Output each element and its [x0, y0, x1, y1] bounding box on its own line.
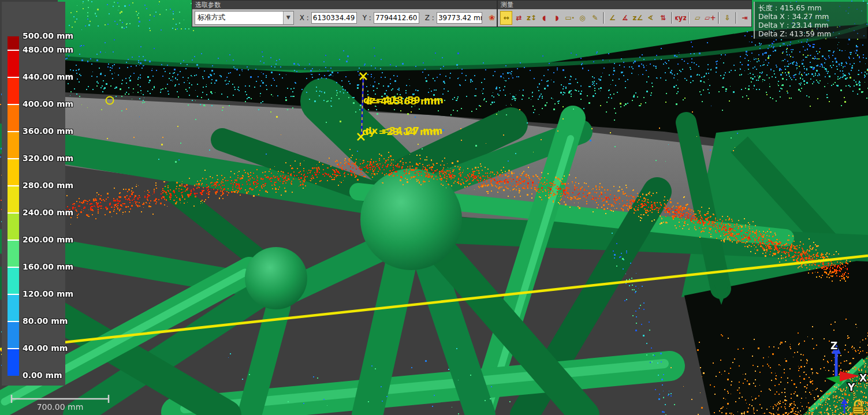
y-coordinate-field[interactable]: 7794412.60 mm [374, 12, 419, 24]
tool-radius-inner-icon[interactable]: ◖ [538, 11, 550, 25]
color-scale-segment [8, 240, 19, 267]
color-scale-tick [8, 348, 19, 349]
measurement-result-panel: 长度：415.65 mm Delta X：34.27 mm Delta Y：23… [754, 2, 867, 39]
toolbar-selection-parameters: 选取参数 标准方式 ▼ X : 6130334.49 mm Y : 779441… [192, 0, 497, 27]
z-label: Z : [425, 14, 434, 22]
color-scale-label: 280.00 mm [23, 181, 65, 190]
lock-icon[interactable] [853, 401, 863, 414]
color-scale-tick [8, 212, 19, 214]
toolbar-separator [688, 12, 690, 24]
color-scale-tick [8, 294, 19, 295]
tool-plane-fit-icon[interactable]: ▱ [691, 11, 703, 25]
color-scale-tick [8, 104, 19, 105]
color-scale-segment [8, 294, 19, 321]
tool-cylinder-measure-icon[interactable]: ◎ [576, 11, 588, 25]
result-delta-y: Delta Y：23.14 mm [758, 21, 867, 29]
color-scale-label: 360.00 mm [23, 126, 65, 136]
z-coordinate-field[interactable]: 39773.42 mm [437, 12, 482, 24]
tool-height-step-icon[interactable]: ⇅ [657, 11, 669, 25]
result-delta-x: Delta X：34.27 mm [758, 12, 867, 21]
truss-node-sphere-large [360, 169, 462, 270]
color-scale-label: 320.00 mm [23, 154, 65, 163]
chevron-down-icon[interactable]: ▼ [283, 12, 293, 24]
color-scale-label: 160.00 mm [23, 262, 65, 271]
color-scale-tick [8, 185, 19, 186]
x-coordinate-field[interactable]: 6130334.49 mm [311, 12, 357, 24]
color-scale-label: 480.00 mm [23, 45, 65, 54]
color-scale-tick [8, 321, 19, 322]
measure-tool-buttons: ↔⇄z↕◖◗▭·◎✎∠∡z∠∢⇅xyz▱▱+⇩⇥ [498, 9, 751, 27]
color-scale-segment [8, 50, 19, 77]
color-scale-tick [8, 50, 19, 51]
toolbar-separator [735, 12, 737, 24]
tool-distance-free-icon[interactable]: ⇄ [513, 11, 525, 25]
color-scale-segment [8, 36, 19, 50]
color-scale-segment [8, 77, 19, 104]
toolbar-separator [718, 12, 720, 24]
result-delta-z: Delta Z: 413.59 mm [758, 29, 867, 38]
color-scale-segment [8, 349, 19, 376]
color-scale-segment [8, 104, 19, 132]
tool-plane-create-icon[interactable]: ▱+ [704, 11, 716, 25]
tool-angle-3point-icon[interactable]: ∡ [619, 11, 631, 25]
color-scale-label: 400.00 mm [23, 99, 65, 109]
color-scale-label: 200.00 mm [23, 235, 65, 244]
color-scale-segment [8, 321, 19, 349]
color-scale-label: 40.00 mm [23, 343, 65, 353]
color-scale-segment [8, 213, 19, 240]
truss-node-sphere-small [245, 247, 307, 309]
color-scale-segment [8, 159, 19, 186]
tool-pick-probe-icon[interactable]: ✎ [589, 11, 601, 25]
toolbar-measure-title: 测量 [498, 1, 751, 9]
result-length: 长度：415.65 mm [758, 3, 867, 12]
color-scale-label: 120.00 mm [23, 289, 65, 298]
color-scale-tick [8, 158, 19, 159]
viewport-3d[interactable] [0, 0, 868, 415]
selection-mode-value: 标准方式 [195, 12, 283, 24]
tool-angle-z-icon[interactable]: z∠ [632, 11, 644, 25]
y-label: Y : [363, 14, 371, 22]
color-scale-segment [8, 132, 19, 159]
tool-coordinate-xyz-icon[interactable]: xyz [675, 11, 687, 25]
color-scale-label: 0.00 mm [23, 371, 65, 380]
toolbar-measure: 测量 ↔⇄z↕◖◗▭·◎✎∠∡z∠∢⇅xyz▱▱+⇩⇥ [497, 0, 752, 27]
tool-radius-outer-icon[interactable]: ◗ [551, 11, 563, 25]
color-scale-tick [8, 131, 19, 132]
deviation-color-scale: 500.00 mm480.00 mm440.00 mm400.00 mm360.… [2, 2, 65, 386]
color-scale-tick [8, 77, 19, 78]
toolbar-separator [603, 12, 605, 24]
x-label: X : [300, 14, 309, 22]
color-scale-tick [8, 240, 19, 241]
tool-export-result-icon[interactable]: ⇩ [721, 11, 733, 25]
color-scale-segment [8, 267, 19, 294]
pin-axis-icon[interactable] [841, 398, 848, 413]
pick-point-icon[interactable]: ❀ [487, 13, 497, 23]
color-scale-label: 240.00 mm [23, 208, 65, 217]
toolbar-separator [671, 12, 673, 24]
tool-plane-point-distance-icon[interactable]: ▭· [564, 11, 576, 25]
color-scale-tick [8, 267, 19, 268]
application-window: dz=413.59 mm d=415.65 mm dy =23.14 mm dx… [0, 0, 868, 415]
color-scale-segment [8, 186, 19, 213]
color-scale-label: 440.00 mm [23, 72, 65, 81]
tool-close-measure-icon[interactable]: ⇥ [739, 11, 751, 25]
tool-distance-icon[interactable]: ↔ [500, 11, 512, 25]
tool-distance-z-icon[interactable]: z↕ [526, 11, 538, 25]
tool-angle-plane-icon[interactable]: ∢ [645, 11, 657, 25]
color-scale-label: 80.00 mm [23, 316, 65, 326]
selection-mode-dropdown[interactable]: 标准方式 ▼ [195, 11, 294, 25]
toolbar-selection-title: 选取参数 [192, 1, 497, 9]
color-scale-label: 500.00 mm [23, 31, 65, 40]
tool-angle-icon[interactable]: ∠ [606, 11, 619, 25]
status-icons [839, 397, 867, 414]
